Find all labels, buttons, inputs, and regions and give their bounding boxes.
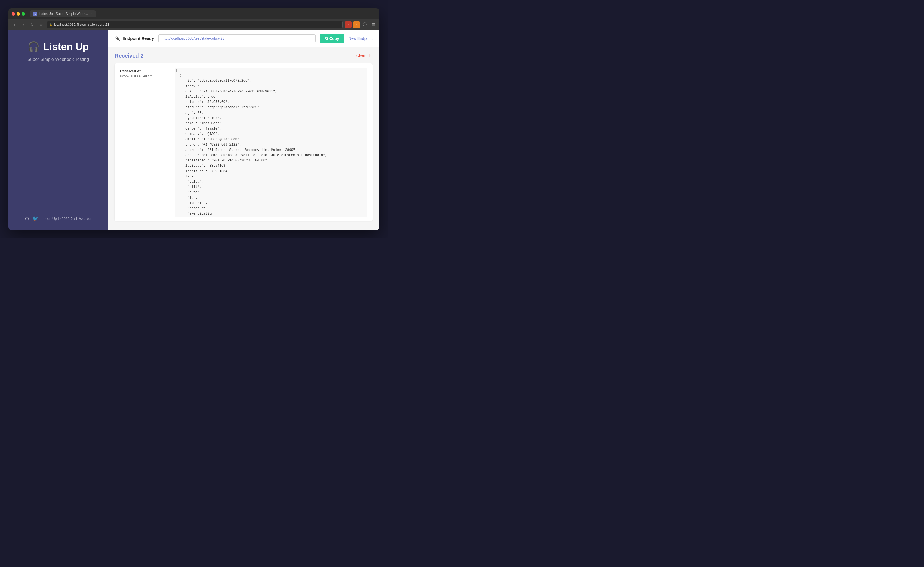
endpoint-status-label: Endpoint Ready xyxy=(122,36,154,41)
maximize-window-button[interactable] xyxy=(22,12,25,15)
address-text: localhost:3030/?listen=stale-cobra-23 xyxy=(54,23,109,27)
bookmark-button[interactable]: ☆ xyxy=(38,21,44,28)
twitter-icon[interactable]: 🐦 xyxy=(32,215,39,222)
json-content[interactable]: [ { "_id": "5e57c8ad058ca117d073a2ce", "… xyxy=(176,68,367,216)
request-card-inner: Received At 02/27/20 08:48:40 am [ { "_i… xyxy=(115,63,373,221)
extension-icon-1[interactable]: 2 xyxy=(345,21,351,28)
minimize-window-button[interactable] xyxy=(16,12,20,15)
tab-favicon: L xyxy=(33,12,37,16)
received-header: Received 2 Clear List xyxy=(115,52,373,59)
copy-button[interactable]: ⧉ Copy xyxy=(320,34,344,43)
browser-content: 🎧 Listen Up Super Simple Webhook Testing… xyxy=(8,30,379,230)
browser-toolbar: ‹ › ↻ ☆ 🔒 localhost:3030/?listen=stale-c… xyxy=(8,20,379,30)
extension-icon-2[interactable]: 1 xyxy=(353,21,360,28)
browser-window: L Listen Up - Super Simple Webh... × + ‹… xyxy=(8,8,379,230)
main-panel: 🔌 Endpoint Ready ⧉ Copy New Endpoint Rec… xyxy=(108,30,379,230)
browser-titlebar: L Listen Up - Super Simple Webh... × + xyxy=(8,8,379,20)
copy-label: Copy xyxy=(329,36,339,41)
copy-icon: ⧉ xyxy=(325,36,328,41)
menu-button[interactable]: ☰ xyxy=(370,21,376,28)
footer-text: Listen Up © 2020 Josh Weaver xyxy=(42,216,92,220)
received-title: Received 2 xyxy=(115,52,144,59)
brand-title: 🎧 Listen Up xyxy=(27,41,88,52)
headphones-icon: 🎧 xyxy=(27,41,40,52)
endpoint-url-input[interactable] xyxy=(158,34,316,42)
brand-subtitle: Super Simple Webhook Testing xyxy=(27,57,89,62)
forward-button[interactable]: › xyxy=(20,21,27,28)
sidebar: 🎧 Listen Up Super Simple Webhook Testing… xyxy=(8,30,108,230)
endpoint-bar: 🔌 Endpoint Ready ⧉ Copy New Endpoint xyxy=(108,30,379,47)
sidebar-brand: 🎧 Listen Up Super Simple Webhook Testing xyxy=(27,41,89,62)
brand-name: Listen Up xyxy=(43,41,88,52)
sidebar-footer: ⊙ 🐦 Listen Up © 2020 Josh Weaver xyxy=(25,215,92,222)
info-button[interactable]: ⓘ xyxy=(362,21,368,28)
toolbar-icons: 2 1 ⓘ ☰ xyxy=(345,21,376,28)
tab-title: Listen Up - Super Simple Webh... xyxy=(39,12,88,16)
tab-close-button[interactable]: × xyxy=(91,12,93,15)
back-button[interactable]: ‹ xyxy=(11,21,18,28)
endpoint-status-icon: 🔌 xyxy=(115,36,120,41)
content-area: Received 2 Clear List Received At 02/27/… xyxy=(108,47,379,230)
received-at-label: Received At xyxy=(120,69,164,73)
new-endpoint-button[interactable]: New Endpoint xyxy=(348,36,373,41)
reload-button[interactable]: ↻ xyxy=(29,21,35,28)
address-bar[interactable]: 🔒 localhost:3030/?listen=stale-cobra-23 xyxy=(46,21,343,28)
request-body: [ { "_id": "5e57c8ad058ca117d073a2ce", "… xyxy=(170,63,373,221)
traffic-lights xyxy=(12,12,25,15)
request-card: Received At 02/27/20 08:48:40 am [ { "_i… xyxy=(115,63,373,221)
received-at-value: 02/27/20 08:48:40 am xyxy=(120,74,164,78)
clear-list-button[interactable]: Clear List xyxy=(356,54,373,58)
close-window-button[interactable] xyxy=(12,12,15,15)
new-tab-button[interactable]: + xyxy=(99,11,102,16)
browser-tab[interactable]: L Listen Up - Super Simple Webh... × xyxy=(30,10,96,18)
github-icon[interactable]: ⊙ xyxy=(25,215,29,222)
endpoint-status: 🔌 Endpoint Ready xyxy=(115,36,154,41)
request-meta: Received At 02/27/20 08:48:40 am xyxy=(115,63,170,221)
lock-icon: 🔒 xyxy=(49,23,52,26)
